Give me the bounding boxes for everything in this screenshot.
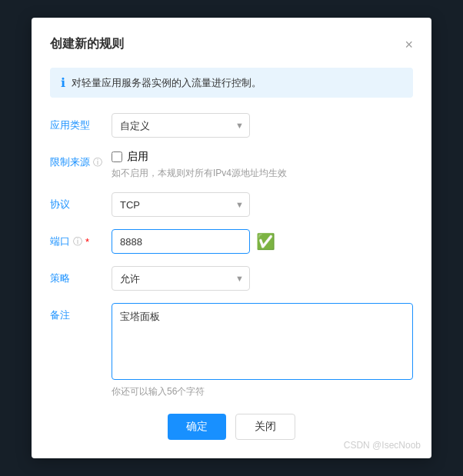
dialog: 创建新的规则 × ℹ 对轻量应用服务器实例的入流量进行控制。 应用类型 自定义 …	[32, 18, 431, 458]
info-text: 对轻量应用服务器实例的入流量进行控制。	[72, 76, 261, 90]
close-button[interactable]: ×	[405, 38, 413, 52]
limit-source-info-icon[interactable]: ⓘ	[93, 156, 102, 169]
note-control: 宝塔面板 你还可以输入56个字符	[112, 303, 413, 398]
port-required-mark: *	[85, 236, 89, 248]
policy-label: 策略	[50, 266, 112, 285]
note-row: 备注 宝塔面板 你还可以输入56个字符	[50, 303, 413, 398]
port-input[interactable]	[112, 229, 250, 254]
protocol-control: TCP UDP ICMP ALL ▼	[112, 192, 413, 217]
port-control: ✅	[112, 229, 413, 254]
app-type-label: 应用类型	[50, 113, 112, 132]
port-input-wrapper: ✅	[112, 229, 413, 254]
protocol-label: 协议	[50, 192, 112, 211]
policy-select[interactable]: 允许 拒绝	[112, 266, 250, 291]
note-textarea[interactable]: 宝塔面板	[112, 303, 413, 380]
policy-control: 允许 拒绝 ▼	[112, 266, 413, 291]
limit-source-label: 限制来源 ⓘ	[50, 150, 112, 169]
protocol-select-wrapper: TCP UDP ICMP ALL ▼	[112, 192, 250, 217]
watermark: CSDN @IsecNoob	[344, 440, 421, 451]
limit-source-row: 限制来源 ⓘ 启用 如不启用，本规则对所有IPv4源地址均生效	[50, 150, 413, 180]
protocol-select[interactable]: TCP UDP ICMP ALL	[112, 192, 250, 217]
dialog-footer: 确定 关闭	[50, 414, 413, 440]
limit-source-checkbox-row: 启用	[112, 150, 413, 164]
app-type-control: 自定义 HTTP HTTPS SSH RDP ▼	[112, 113, 413, 138]
limit-source-control: 启用 如不启用，本规则对所有IPv4源地址均生效	[112, 150, 413, 180]
dialog-title: 创建新的规则	[50, 36, 124, 52]
limit-source-checkbox[interactable]	[112, 151, 122, 162]
app-type-row: 应用类型 自定义 HTTP HTTPS SSH RDP ▼	[50, 113, 413, 138]
port-valid-icon: ✅	[256, 232, 275, 251]
confirm-button[interactable]: 确定	[168, 414, 226, 440]
protocol-row: 协议 TCP UDP ICMP ALL ▼	[50, 192, 413, 217]
info-banner: ℹ 对轻量应用服务器实例的入流量进行控制。	[50, 68, 413, 98]
port-label: 端口 ⓘ *	[50, 229, 112, 248]
dialog-header: 创建新的规则 ×	[50, 36, 413, 52]
limit-source-hint: 如不启用，本规则对所有IPv4源地址均生效	[112, 167, 413, 180]
app-type-select-wrapper: 自定义 HTTP HTTPS SSH RDP ▼	[112, 113, 250, 138]
policy-row: 策略 允许 拒绝 ▼	[50, 266, 413, 291]
cancel-button[interactable]: 关闭	[235, 414, 295, 440]
policy-select-wrapper: 允许 拒绝 ▼	[112, 266, 250, 291]
limit-source-checkbox-label: 启用	[127, 150, 148, 164]
note-label: 备注	[50, 303, 112, 322]
note-char-hint: 你还可以输入56个字符	[112, 385, 413, 398]
port-info-icon[interactable]: ⓘ	[73, 235, 82, 248]
port-row: 端口 ⓘ * ✅	[50, 229, 413, 254]
info-icon: ℹ	[61, 75, 65, 90]
app-type-select[interactable]: 自定义 HTTP HTTPS SSH RDP	[112, 113, 250, 138]
